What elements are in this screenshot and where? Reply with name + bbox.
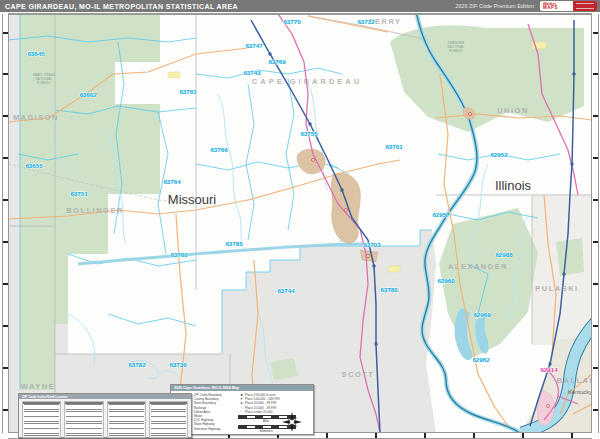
county-label: ALEXANDER	[448, 262, 508, 271]
county-label: BALLARD	[557, 376, 592, 385]
edition-label: 2026 ZIP Code Premium Edition	[455, 3, 534, 9]
state-label-missouri: Missouri	[168, 192, 217, 207]
zip-label: 63662	[79, 91, 97, 98]
zip-label: 63764	[163, 178, 181, 185]
zip-index-column	[22, 401, 61, 438]
state-label-kentucky: Kentucky	[568, 389, 592, 395]
legend-item-label: Interstate Highway	[194, 427, 220, 431]
zip-label: 63780	[380, 286, 398, 293]
forest-label: FOREST	[449, 49, 463, 53]
zip-label: 62957	[432, 211, 450, 218]
place-label: Place under 25,000	[245, 410, 273, 414]
forest-label: FOREST	[37, 81, 51, 85]
county-label: PULASKI	[535, 284, 578, 293]
zip-label: 63785	[225, 240, 243, 247]
zip-label: 63743	[243, 69, 261, 76]
county-label: SCOTT	[342, 370, 375, 379]
zip-label: 62988	[495, 251, 513, 258]
logo-word2: MAPS	[543, 6, 573, 10]
county-label: BOLLINGER	[66, 206, 124, 215]
county-label: WAYNE	[21, 382, 55, 391]
page-title: CAPE GIRARDEAU, MO-IL METROPOLITAN STATI…	[0, 3, 238, 10]
title-bar: CAPE GIRARDEAU, MO-IL METROPOLITAN STATI…	[0, 0, 600, 12]
zip-label: 63747	[245, 42, 263, 49]
grid-ruler-right	[593, 14, 599, 433]
zip-label: 63744	[277, 287, 295, 294]
zip-label: 63755	[300, 130, 318, 137]
zip-label: 63703	[363, 241, 381, 248]
zip-label: 63645	[27, 50, 45, 57]
zip-label: 63655	[25, 162, 43, 169]
zip-label: 63769	[268, 58, 286, 65]
logo-red-panel	[573, 1, 597, 11]
zip-index-column	[149, 401, 188, 438]
zip-index-panel: ZIP Code Index/Grid Locator	[18, 393, 192, 438]
zip-label: 63701	[385, 143, 403, 150]
county-label: MADISON	[13, 113, 59, 122]
place-symbol: ·	[238, 410, 245, 414]
county-label: UNION	[497, 106, 529, 115]
zip-label: 63760	[170, 251, 188, 258]
zip-label: 62969	[473, 311, 491, 318]
zip-label: 63732	[357, 18, 375, 25]
zip-label: 63730	[169, 361, 187, 368]
zip-label: 63770	[283, 18, 301, 25]
map-poster-page: CAPE GIRARDEAU, MO-IL METROPOLITAN STATI…	[0, 0, 600, 439]
zip-label: 62962	[472, 356, 490, 363]
compass-rose-icon	[281, 411, 303, 433]
zip-label: 63782	[128, 361, 146, 368]
zip-label: 62960	[437, 277, 455, 284]
zip-label: 63781	[179, 88, 197, 95]
zip-index-column	[64, 401, 103, 438]
map-canvas: Missouri Illinois Kentucky MADISON BOLLI…	[8, 14, 592, 433]
zip-label: 62914	[540, 366, 558, 373]
zip-label: 63766	[210, 146, 228, 153]
state-label-illinois: Illinois	[495, 178, 532, 193]
marketmaps-logo: Market MAPS	[540, 1, 597, 11]
county-label: CAPE GIRARDEAU	[252, 77, 362, 86]
zip-label: 62952	[490, 151, 508, 158]
zip-index-column	[107, 401, 146, 438]
zip-index-columns	[19, 399, 191, 439]
zip-label: 63751	[70, 190, 88, 197]
